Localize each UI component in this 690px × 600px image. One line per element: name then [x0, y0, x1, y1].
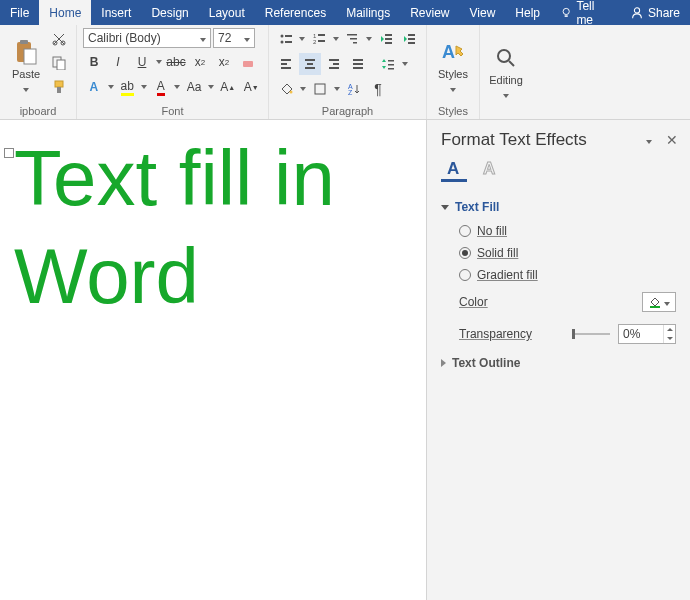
- borders-button[interactable]: [309, 78, 331, 100]
- clear-formatting-button[interactable]: [237, 51, 259, 73]
- svg-rect-39: [353, 63, 363, 65]
- svg-rect-3: [20, 40, 28, 44]
- format-painter-button[interactable]: [48, 76, 70, 98]
- radio-solid-fill[interactable]: Solid fill: [441, 242, 676, 264]
- font-color-dropdown[interactable]: [174, 76, 182, 98]
- sort-icon: AZ: [347, 82, 361, 96]
- svg-rect-19: [318, 40, 325, 42]
- svg-rect-9: [55, 81, 63, 87]
- svg-text:A: A: [447, 159, 459, 178]
- align-left-button[interactable]: [275, 53, 297, 75]
- spinner-up[interactable]: [664, 325, 675, 334]
- bold-button[interactable]: B: [83, 51, 105, 73]
- tab-design[interactable]: Design: [141, 0, 198, 25]
- font-size-combo[interactable]: 72: [213, 28, 255, 48]
- svg-rect-52: [650, 306, 660, 308]
- font-name-combo[interactable]: Calibri (Body): [83, 28, 211, 48]
- pane-tab-text-fill[interactable]: A: [441, 156, 467, 182]
- svg-rect-42: [388, 64, 394, 66]
- tab-view[interactable]: View: [460, 0, 506, 25]
- align-right-button[interactable]: [323, 53, 345, 75]
- document-text[interactable]: Text fill in Word: [14, 130, 412, 325]
- strikethrough-button[interactable]: abc: [165, 51, 187, 73]
- pane-options-dropdown[interactable]: [646, 133, 652, 147]
- tab-review[interactable]: Review: [400, 0, 459, 25]
- change-case-dropdown[interactable]: [207, 76, 215, 98]
- transparency-slider[interactable]: [572, 331, 610, 337]
- justify-button[interactable]: [347, 53, 369, 75]
- section-text-fill[interactable]: Text Fill: [441, 194, 676, 220]
- font-color-button[interactable]: A: [150, 76, 172, 98]
- tab-references[interactable]: References: [255, 0, 336, 25]
- svg-rect-33: [307, 63, 313, 65]
- svg-rect-40: [353, 67, 363, 69]
- highlight-dropdown[interactable]: [140, 76, 148, 98]
- paste-icon: [12, 38, 40, 66]
- svg-rect-31: [281, 67, 291, 69]
- line-spacing-button[interactable]: [377, 53, 399, 75]
- copy-button[interactable]: [48, 52, 70, 74]
- align-center-icon: [303, 57, 317, 71]
- shading-button[interactable]: [275, 78, 297, 100]
- tab-share[interactable]: Share: [620, 0, 690, 25]
- outdent-icon: [379, 32, 393, 46]
- tab-mailings[interactable]: Mailings: [336, 0, 400, 25]
- styles-button[interactable]: A Styles: [433, 28, 473, 103]
- multilevel-list-button[interactable]: [342, 28, 364, 50]
- tab-insert[interactable]: Insert: [91, 0, 141, 25]
- svg-point-44: [290, 91, 293, 94]
- pane-title: Format Text Effects: [441, 130, 642, 150]
- svg-rect-11: [243, 61, 253, 67]
- tab-tellme[interactable]: Tell me: [550, 0, 620, 25]
- svg-point-1: [634, 7, 639, 12]
- spinner-down[interactable]: [664, 334, 675, 343]
- grow-font-button[interactable]: A▲: [217, 76, 239, 98]
- color-picker[interactable]: [642, 292, 676, 312]
- svg-rect-25: [385, 42, 392, 44]
- line-spacing-icon: [381, 57, 395, 71]
- pane-tab-text-effects[interactable]: A: [477, 156, 503, 182]
- subscript-button[interactable]: x2: [189, 51, 211, 73]
- tab-layout[interactable]: Layout: [199, 0, 255, 25]
- close-pane-button[interactable]: ✕: [666, 132, 678, 148]
- copy-icon: [52, 56, 66, 70]
- svg-rect-23: [385, 34, 392, 36]
- indent-icon: [402, 32, 416, 46]
- underline-button[interactable]: U: [131, 51, 153, 73]
- text-effects-dropdown[interactable]: [107, 76, 115, 98]
- sort-button[interactable]: AZ: [343, 78, 365, 100]
- svg-text:Z: Z: [348, 89, 353, 96]
- svg-rect-36: [333, 63, 339, 65]
- show-marks-button[interactable]: ¶: [367, 78, 389, 100]
- italic-button[interactable]: I: [107, 51, 129, 73]
- tab-file[interactable]: File: [0, 0, 39, 25]
- shrink-font-button[interactable]: A▼: [240, 76, 262, 98]
- paste-button[interactable]: Paste: [6, 28, 46, 103]
- multilevel-icon: [345, 32, 359, 46]
- svg-point-12: [280, 35, 283, 38]
- align-center-button[interactable]: [299, 53, 321, 75]
- underline-dropdown[interactable]: [155, 51, 163, 73]
- bullets-button[interactable]: [275, 28, 297, 50]
- tab-home[interactable]: Home: [39, 0, 91, 25]
- radio-gradient-fill[interactable]: Gradient fill: [441, 264, 676, 286]
- radio-no-fill[interactable]: No fill: [441, 220, 676, 242]
- search-icon: [492, 44, 520, 72]
- change-case-button[interactable]: Aa: [183, 76, 205, 98]
- transparency-spinner[interactable]: 0%: [618, 324, 676, 344]
- document-canvas[interactable]: Text fill in Word: [0, 120, 426, 600]
- cut-button[interactable]: [48, 28, 70, 50]
- borders-icon: [313, 82, 327, 96]
- text-effects-button[interactable]: A: [83, 76, 105, 98]
- editing-button[interactable]: Editing: [486, 28, 526, 115]
- increase-indent-button[interactable]: [399, 28, 421, 50]
- highlight-button[interactable]: ab: [116, 76, 138, 98]
- section-text-outline[interactable]: Text Outline: [441, 350, 676, 376]
- svg-rect-8: [57, 60, 65, 70]
- superscript-button[interactable]: x2: [213, 51, 235, 73]
- brush-icon: [52, 80, 66, 94]
- numbering-button[interactable]: 12: [308, 28, 330, 50]
- decrease-indent-button[interactable]: [375, 28, 397, 50]
- tab-help[interactable]: Help: [505, 0, 550, 25]
- svg-rect-27: [408, 38, 415, 40]
